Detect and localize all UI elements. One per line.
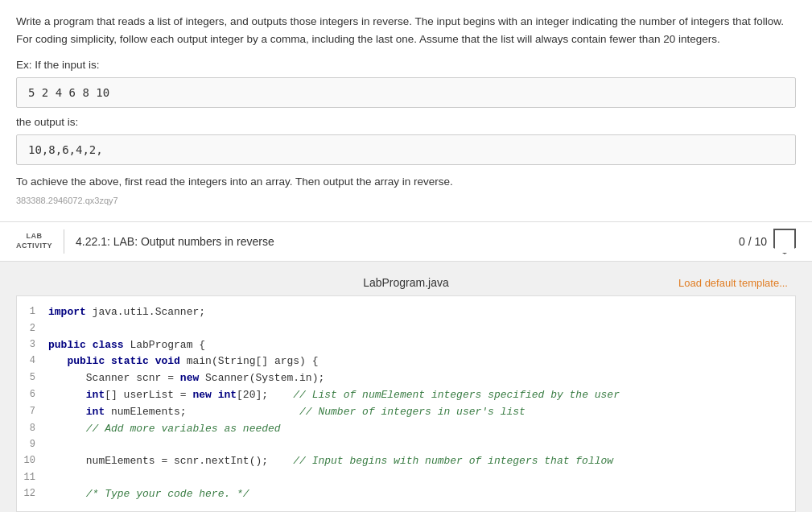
code-line: 12 /* Type your code here. */ (17, 486, 795, 503)
lab-activity-label: LAB ACTIVITY (16, 232, 52, 250)
code-line: 8 // Add more variables as needed (17, 421, 795, 438)
editor-container: LabProgram.java Load default template...… (0, 262, 812, 512)
code-line: 6 int[] userList = new int[20]; // List … (17, 387, 795, 404)
input-example-box: 5 2 4 6 8 10 (16, 77, 796, 108)
divider (64, 229, 64, 254)
code-line: 5 Scanner scnr = new Scanner(System.in); (17, 370, 795, 387)
file-name: LabProgram.java (278, 276, 533, 289)
code-line: 3 public class LabProgram { (17, 337, 795, 354)
achieve-text: To achieve the above, first read the int… (16, 173, 796, 191)
output-label: the output is: (16, 116, 796, 128)
load-template-link[interactable]: Load default template... (678, 277, 788, 289)
question-id: 383388.2946072.qx3zqy7 (16, 196, 796, 205)
score-text: 0 / 10 (739, 235, 767, 248)
output-example-box: 10,8,6,4,2, (16, 134, 796, 165)
code-line: 4 public static void main(String[] args)… (17, 353, 795, 370)
score-container: 0 / 10 (739, 229, 796, 254)
ex-label: Ex: If the input is: (16, 59, 796, 71)
code-line: 11 (17, 470, 795, 486)
code-line: 9 (17, 437, 795, 453)
code-line: 10 numElements = scnr.nextInt(); // Inpu… (17, 453, 795, 470)
description-text: Write a program that reads a list of int… (16, 13, 796, 47)
code-line: 1 import java.util.Scanner; (17, 304, 795, 321)
lab-activity-bar: LAB ACTIVITY 4.22.1: LAB: Output numbers… (0, 221, 812, 262)
lab-title: 4.22.1: LAB: Output numbers in reverse (76, 235, 739, 248)
code-editor[interactable]: 1 import java.util.Scanner; 2 3 public c… (16, 295, 796, 512)
code-line: 7 int numElements; // Number of integers… (17, 404, 795, 421)
editor-header: LabProgram.java Load default template... (16, 270, 796, 295)
top-section: Write a program that reads a list of int… (0, 0, 812, 221)
code-line: 2 (17, 321, 795, 337)
score-badge (773, 229, 796, 254)
